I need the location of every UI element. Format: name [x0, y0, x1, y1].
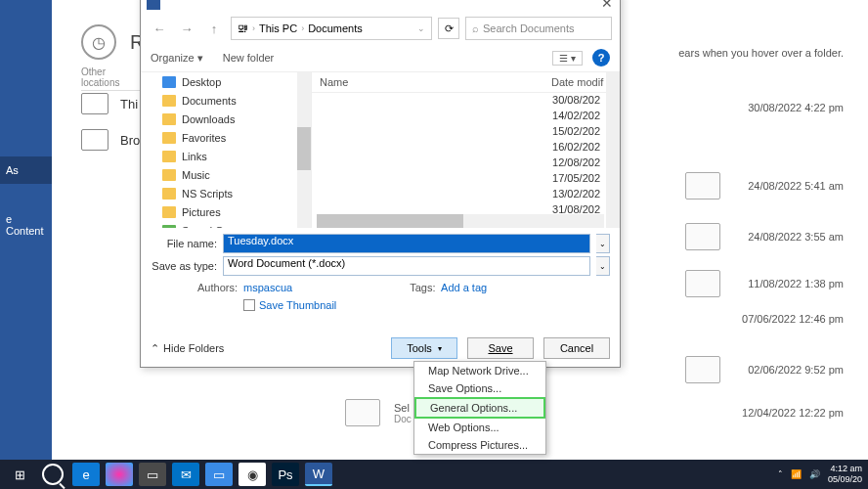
photoshop-icon[interactable]: Ps: [272, 463, 299, 486]
tools-button[interactable]: Tools: [391, 337, 457, 359]
doc-icon: [685, 223, 720, 250]
new-folder-button[interactable]: New folder: [223, 52, 275, 64]
tree-scroll-thumb[interactable]: [297, 127, 311, 170]
list-row[interactable]: 15/02/202: [312, 124, 620, 140]
organize-button[interactable]: Organize ▾: [151, 52, 203, 65]
nav-fwd[interactable]: →: [176, 18, 197, 39]
help-button[interactable]: ?: [592, 49, 610, 67]
tree-item[interactable]: Documents: [141, 91, 311, 110]
list-row[interactable]: 16/02/202: [312, 140, 620, 156]
list-row[interactable]: 12/08/202: [312, 156, 620, 171]
recent-file[interactable]: 24/08/2022 3:55 am: [685, 223, 844, 250]
location-thispc[interactable]: Thi: [81, 93, 138, 114]
folder-icon: [81, 129, 108, 151]
search-taskbar[interactable]: [39, 463, 66, 486]
hover-tooltip-text: ears when you hover over a folder.: [678, 47, 844, 59]
taskbar-clock[interactable]: 4:12 am 05/09/20: [828, 464, 862, 485]
savetype-label: Save as type:: [151, 260, 217, 272]
close-button[interactable]: ✕: [600, 0, 614, 11]
list-row[interactable]: 30/08/202: [312, 93, 620, 109]
location-label: Bro: [120, 133, 140, 148]
pc-icon: [81, 93, 108, 114]
filename-input[interactable]: Tuesday.docx: [223, 234, 590, 253]
folder-tree[interactable]: Desktop Documents Downloads Favorites Li…: [141, 72, 312, 228]
tree-item[interactable]: Links: [141, 147, 311, 165]
app-icon[interactable]: [106, 463, 133, 486]
doc-icon: [345, 399, 380, 426]
search-input[interactable]: ⌕ Search Documents: [465, 17, 612, 40]
list-row[interactable]: 14/02/202: [312, 109, 620, 124]
menu-save-options[interactable]: Save Options...: [414, 379, 545, 397]
tree-item[interactable]: Downloads: [141, 110, 311, 128]
chevron-down-icon[interactable]: ⌄: [417, 23, 425, 33]
doc-icon: [685, 270, 720, 297]
word-nav-sidebar: As e Content: [0, 0, 52, 460]
h-scrollbar[interactable]: [317, 214, 604, 228]
save-thumbnail-label: Save Thumbnail: [259, 299, 336, 311]
volume-icon[interactable]: 🔊: [809, 469, 820, 479]
tree-item[interactable]: Desktop: [141, 72, 311, 91]
word-icon[interactable]: W: [305, 463, 332, 486]
list-row[interactable]: 13/02/202: [312, 187, 620, 202]
tree-item[interactable]: Saved Games: [141, 221, 311, 228]
start-button[interactable]: ⊞: [6, 463, 33, 486]
search-placeholder: Search Documents: [483, 22, 575, 34]
word-icon: [147, 0, 160, 10]
col-name[interactable]: Name: [320, 76, 551, 88]
nav-content[interactable]: e Content: [0, 205, 52, 244]
savetype-dropdown[interactable]: ⌄: [596, 256, 610, 276]
chrome-icon[interactable]: ◉: [239, 463, 266, 486]
menu-map-network[interactable]: Map Network Drive...: [414, 362, 545, 379]
menu-compress-pictures[interactable]: Compress Pictures...: [414, 436, 545, 454]
hide-folders-button[interactable]: ⌃Hide Folders: [151, 342, 224, 355]
tree-item[interactable]: NS Scripts: [141, 184, 311, 202]
save-as-dialog: ✕ ← → ↑ 🖳 › This PC › Documents ⌄ ⟳ ⌕ Se…: [140, 0, 621, 368]
breadcrumb-segment[interactable]: Documents: [308, 22, 363, 34]
filename-dropdown[interactable]: ⌄: [596, 234, 610, 253]
search-icon: [42, 464, 64, 485]
save-thumbnail-checkbox[interactable]: [243, 299, 255, 311]
tags-label: Tags:: [410, 282, 435, 293]
recent-file[interactable]: 07/06/2022 12:46 pm: [742, 313, 844, 325]
tree-item[interactable]: Music: [141, 165, 311, 184]
app-icon[interactable]: ▭: [205, 463, 233, 486]
tags-value[interactable]: Add a tag: [441, 282, 487, 293]
tray-chevron-icon[interactable]: ˄: [778, 469, 783, 479]
menu-web-options[interactable]: Web Options...: [414, 419, 545, 436]
recent-file[interactable]: 30/08/2022 4:22 pm: [748, 102, 844, 113]
refresh-button[interactable]: ⟳: [438, 18, 459, 39]
location-browse[interactable]: Bro: [81, 129, 140, 151]
pc-icon: 🖳: [238, 22, 248, 34]
save-button[interactable]: Save: [467, 337, 534, 359]
menu-general-options[interactable]: General Options...: [414, 397, 545, 419]
outlook-icon[interactable]: ✉: [172, 463, 199, 486]
col-date[interactable]: Date modif: [551, 76, 612, 88]
authors-label: Authors:: [197, 282, 238, 293]
file-list[interactable]: Name Date modif 30/08/202 14/02/202 15/0…: [312, 72, 620, 228]
h-scroll-thumb[interactable]: [317, 214, 463, 228]
doc-icon: [685, 356, 720, 383]
recent-file[interactable]: 11/08/2022 1:38 pm: [685, 270, 844, 297]
breadcrumb-segment[interactable]: This PC: [259, 22, 297, 34]
savetype-select[interactable]: Word Document (*.docx): [223, 256, 590, 276]
nav-back[interactable]: ←: [149, 18, 170, 39]
path-breadcrumb[interactable]: 🖳 › This PC › Documents ⌄: [231, 17, 432, 40]
wifi-icon[interactable]: 📶: [791, 469, 802, 479]
nav-up[interactable]: ↑: [203, 18, 225, 39]
recent-file[interactable]: 24/08/2022 5:41 am: [685, 172, 844, 200]
v-scrollbar[interactable]: [606, 72, 620, 228]
view-button[interactable]: ☰ ▾: [552, 51, 583, 66]
tree-item[interactable]: Pictures: [141, 202, 311, 221]
cancel-button[interactable]: Cancel: [543, 337, 610, 359]
authors-value[interactable]: mspascua: [243, 282, 292, 293]
clock-icon: ◷: [81, 24, 116, 60]
search-icon: ⌕: [472, 22, 479, 34]
recent-file[interactable]: 02/06/2022 9:52 pm: [685, 356, 844, 383]
doc-icon: [685, 172, 720, 200]
explorer-icon[interactable]: ▭: [139, 463, 166, 486]
edge-icon[interactable]: e: [72, 463, 100, 486]
location-label: Thi: [120, 97, 138, 111]
nav-save-as[interactable]: As: [0, 156, 52, 184]
list-row[interactable]: 17/05/202: [312, 171, 620, 187]
tree-item[interactable]: Favorites: [141, 128, 311, 147]
